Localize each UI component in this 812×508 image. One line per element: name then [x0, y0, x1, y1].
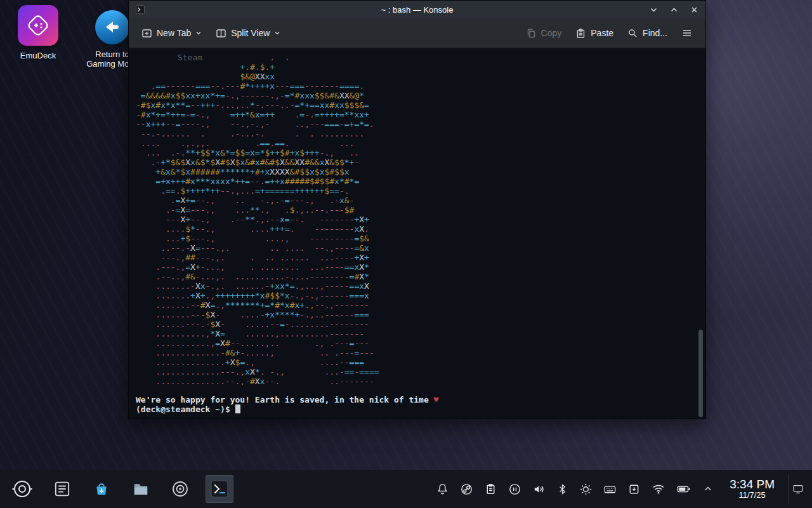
desktop: EmuDeck Return to Gaming Mode ~ : bash —… — [0, 0, 812, 508]
volume-icon[interactable] — [532, 483, 546, 496]
terminal-cursor — [235, 404, 240, 413]
terminal-scrollbar[interactable] — [697, 49, 704, 418]
terminal-output[interactable]: Steam . . +.#.$.+ $&@XXxx .==------===--… — [129, 49, 705, 418]
new-tab-icon — [141, 28, 152, 39]
folder-icon — [132, 480, 150, 498]
copy-icon — [526, 28, 537, 39]
window-title: ~ : bash — Konsole — [192, 5, 642, 15]
hamburger-menu-icon — [681, 27, 693, 39]
search-icon — [627, 28, 638, 39]
bluetooth-icon[interactable] — [556, 483, 568, 495]
heart-glyph: ♥ — [434, 395, 439, 404]
desktop-icon-label: EmuDeck — [6, 51, 70, 60]
paste-button[interactable]: Paste — [572, 24, 617, 43]
task-manager-button[interactable] — [48, 475, 76, 503]
file-manager-button[interactable] — [127, 475, 155, 503]
virtual-keyboard-icon[interactable] — [603, 483, 617, 496]
emudeck-icon — [18, 5, 58, 46]
show-desktop-icon — [792, 483, 804, 495]
ascii-art: . . +.#.$.+ $&@XXxx .==------===--.---#*… — [136, 53, 698, 386]
clipboard-icon[interactable] — [484, 483, 497, 496]
copy-button[interactable]: Copy — [522, 24, 566, 43]
scrollbar-thumb[interactable] — [698, 330, 703, 417]
discover-icon — [93, 480, 110, 498]
desktop-icon-emudeck[interactable]: EmuDeck — [6, 5, 70, 60]
wifi-icon[interactable] — [652, 482, 665, 496]
paste-icon — [575, 28, 586, 39]
konsole-window: ~ : bash — Konsole New Tab — [128, 0, 706, 419]
konsole-toolbar: New Tab Split View Copy Paste Find... — [129, 18, 705, 48]
media-pause-icon[interactable] — [508, 483, 521, 496]
notifications-icon[interactable] — [436, 483, 449, 496]
konsole-app-icon — [135, 4, 145, 15]
clock-time: 3:34 PM — [730, 478, 775, 491]
system-tray: 3:34 PM 11/7/25 — [436, 474, 807, 504]
steam-app-icon — [171, 479, 190, 498]
return-gaming-mode-icon — [95, 10, 129, 44]
find-button[interactable]: Find... — [624, 24, 671, 43]
digital-clock[interactable]: 3:34 PM 11/7/25 — [730, 478, 775, 501]
expand-tray-icon[interactable] — [702, 483, 714, 495]
close-button[interactable] — [689, 4, 699, 15]
terminal-watermark-text: Steam — [178, 53, 202, 62]
clock-date: 11/7/25 — [730, 491, 775, 500]
application-launcher-button[interactable] — [8, 474, 37, 504]
discover-store-button[interactable] — [88, 475, 115, 503]
new-tab-button[interactable]: New Tab — [138, 24, 206, 43]
konsole-icon — [210, 479, 229, 498]
split-view-button[interactable]: Split View — [212, 24, 284, 43]
chevron-down-icon — [274, 30, 280, 36]
steamdeck-logo-icon — [11, 478, 33, 500]
konsole-task-button[interactable] — [206, 475, 233, 503]
show-desktop-button[interactable] — [788, 474, 807, 504]
task-manager-icon — [53, 480, 71, 498]
maximize-button[interactable] — [669, 4, 679, 15]
chevron-down-icon — [195, 30, 202, 36]
window-titlebar[interactable]: ~ : bash — Konsole — [129, 1, 705, 18]
minimize-button[interactable] — [648, 4, 658, 15]
taskbar: 3:34 PM 11/7/25 — [0, 470, 812, 508]
split-view-icon — [216, 28, 226, 39]
shell-prompt: (deck@steamdeck ~)$ — [136, 404, 698, 414]
hamburger-menu-button[interactable] — [678, 23, 697, 43]
battery-icon[interactable] — [676, 482, 691, 496]
steam-app-button[interactable] — [166, 475, 194, 503]
terminal-message: We're so happy for you! Earth is saved, … — [136, 395, 698, 404]
night-color-icon[interactable] — [579, 483, 593, 496]
updates-icon[interactable] — [627, 483, 641, 496]
steam-tray-icon[interactable] — [460, 483, 473, 496]
